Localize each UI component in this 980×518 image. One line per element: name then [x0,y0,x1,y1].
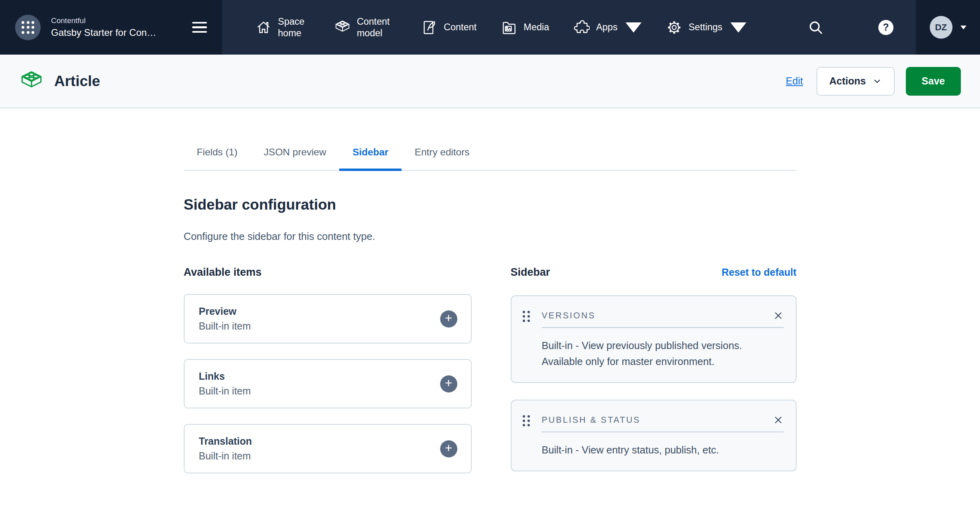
item-text: Preview Built-in item [199,306,251,332]
widget-title: PUBLISH & STATUS [542,415,641,425]
widget-header: PUBLISH & STATUS [523,408,784,432]
tab-bar: Fields (1) JSON preview Sidebar Entry ed… [184,147,797,171]
actions-button-label: Actions [829,75,866,87]
available-items-column: Available items Preview Built-in item + … [184,266,472,473]
widget-header: VERSIONS [523,304,784,328]
plus-icon: + [445,312,452,324]
content-type-lego-icon [20,70,43,93]
nav-item-content-model[interactable]: Content model [335,16,397,38]
puzzle-icon [574,20,590,35]
section-description: Configure the sidebar for this content t… [184,231,797,242]
search-icon [807,19,824,36]
caret-down-icon [960,26,966,29]
menu-toggle-button[interactable] [191,20,208,35]
item-text: Links Built-in item [199,371,251,397]
widget-description: Built-in - View previously published ver… [542,337,784,369]
media-icon [501,20,517,35]
available-item-card-preview[interactable]: Preview Built-in item + [184,294,472,343]
nav-item-settings[interactable]: Settings [666,20,746,35]
plus-icon: + [445,377,452,389]
add-item-button[interactable]: + [440,375,457,392]
nav-item-label: Content model [357,16,397,38]
tab-fields[interactable]: Fields (1) [184,147,251,170]
search-button[interactable] [807,19,824,36]
help-button[interactable]: ? [878,20,893,35]
tab-entry-editors[interactable]: Entry editors [401,147,483,170]
available-item-card-translation[interactable]: Translation Built-in item + [184,424,472,473]
close-icon [773,414,784,426]
configuration-columns: Available items Preview Built-in item + … [184,266,797,473]
save-button[interactable]: Save [906,67,961,96]
caret-down-icon [626,20,642,35]
nav-item-content[interactable]: Content [421,20,476,35]
item-subtitle: Built-in item [199,320,251,332]
page-title: Article [54,73,100,90]
page-header: Article Edit Actions Save [0,55,980,108]
chevron-down-icon [872,77,882,86]
remove-widget-button[interactable] [773,414,784,426]
nav-item-label: Media [523,22,549,33]
nav-item-space-home[interactable]: Space home [256,16,310,38]
avatar: DZ [930,16,952,39]
sidebar-widget-card-publish-status: PUBLISH & STATUS Built-in - View entry s… [511,400,797,471]
nav-item-apps[interactable]: Apps [574,20,642,35]
add-item-button[interactable]: + [440,440,457,457]
content-model-icon [335,20,350,35]
drag-handle-icon [523,311,530,322]
edit-link[interactable]: Edit [786,75,803,87]
header-actions: Edit Actions Save [786,67,961,96]
nav-item-label: Apps [596,22,618,33]
top-navigation: Contentful Gatsby Starter for Con… Space… [0,0,980,55]
hamburger-icon [192,22,207,24]
widget-description: Built-in - View entry status, publish, e… [542,442,784,458]
drag-handle[interactable] [523,304,542,328]
item-title: Preview [199,306,251,317]
available-items-heading: Available items [184,266,262,279]
nav-brand-section: Contentful Gatsby Starter for Con… [0,0,222,55]
help-icon: ? [878,20,893,35]
app-switcher-button[interactable] [15,15,41,40]
home-icon [256,20,272,35]
gear-icon [666,20,682,35]
available-item-card-links[interactable]: Links Built-in item + [184,359,472,408]
content-icon [421,20,437,35]
brand-text: Contentful Gatsby Starter for Con… [51,16,156,38]
plus-icon: + [445,442,452,454]
caret-down-icon [730,20,746,35]
item-title: Translation [199,436,252,447]
drag-handle-icon [523,415,530,426]
item-title: Links [199,371,251,382]
nav-item-media[interactable]: Media [501,20,549,35]
item-subtitle: Built-in item [199,450,252,462]
brand-space-name: Gatsby Starter for Con… [51,27,156,38]
main-content: Fields (1) JSON preview Sidebar Entry ed… [184,147,797,473]
grid-dots-icon [22,21,34,34]
drag-handle[interactable] [523,408,542,432]
reset-to-default-link[interactable]: Reset to default [722,267,797,278]
remove-widget-button[interactable] [773,310,784,321]
close-icon [773,310,784,321]
sidebar-widget-card-versions: VERSIONS Built-in - View previously publ… [511,295,797,383]
actions-button[interactable]: Actions [817,67,895,96]
item-subtitle: Built-in item [199,385,251,397]
sidebar-column: Sidebar Reset to default VERSIONS [511,266,797,473]
add-item-button[interactable]: + [440,310,457,328]
section-heading: Sidebar configuration [184,196,797,213]
account-menu[interactable]: DZ [916,0,980,55]
tab-json-preview[interactable]: JSON preview [251,147,340,170]
sidebar-heading: Sidebar [511,266,550,279]
tab-sidebar[interactable]: Sidebar [339,147,401,170]
nav-item-label: Settings [689,22,722,33]
nav-item-label: Space home [278,16,310,38]
brand-app-name: Contentful [51,16,156,25]
nav-item-label: Content [444,22,476,33]
item-text: Translation Built-in item [199,436,252,462]
nav-items-section: Space home Content model Content [222,0,916,55]
widget-title: VERSIONS [542,311,596,321]
